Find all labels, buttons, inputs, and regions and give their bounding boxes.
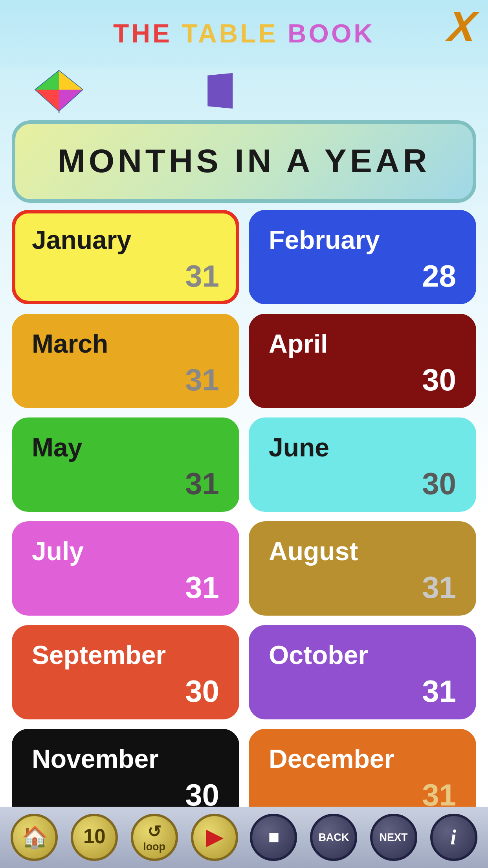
month-days-may: 31 <box>32 468 219 499</box>
months-grid: January31February28March31April30May31Ju… <box>0 210 488 823</box>
title-the: THE <box>113 19 182 48</box>
month-days-march: 31 <box>32 364 219 395</box>
month-name-december: December <box>269 744 456 775</box>
info-button[interactable]: i <box>430 814 477 861</box>
home-button[interactable]: 🏠 <box>11 814 58 861</box>
month-card-october[interactable]: October31 <box>249 625 476 719</box>
month-name-september: September <box>32 640 219 671</box>
month-name-february: February <box>269 225 456 256</box>
toolbar: 🏠 10 ↺ loop ▶ ■ BACK NEXT i <box>0 807 488 868</box>
deco-area <box>0 68 488 116</box>
month-card-april[interactable]: April30 <box>249 314 476 408</box>
kite-icon <box>24 68 94 113</box>
month-card-march[interactable]: March31 <box>12 314 239 408</box>
back-button[interactable]: BACK <box>310 814 357 861</box>
loop-label: ↺ loop <box>143 822 165 853</box>
month-name-november: November <box>32 744 219 775</box>
title-card-text: MONTHS IN A YEAR <box>27 143 461 180</box>
month-days-june: 30 <box>269 468 456 499</box>
month-name-may: May <box>32 433 219 463</box>
month-name-july: July <box>32 537 219 567</box>
month-name-march: March <box>32 329 219 360</box>
number-button[interactable]: 10 <box>71 814 118 861</box>
month-days-july: 31 <box>32 572 219 603</box>
app-title: THE TABLE BOOK <box>113 19 375 50</box>
month-card-january[interactable]: January31 <box>12 210 239 304</box>
month-days-november: 30 <box>32 780 219 810</box>
month-days-august: 31 <box>269 572 456 603</box>
month-card-july[interactable]: July31 <box>12 521 239 616</box>
app-container: THE TABLE BOOK X MONTHS IN A YEAR Januar… <box>0 0 488 868</box>
next-button[interactable]: NEXT <box>370 814 417 861</box>
month-name-august: August <box>269 537 456 567</box>
stop-button[interactable]: ■ <box>250 814 297 861</box>
title-card: MONTHS IN A YEAR <box>12 120 476 203</box>
month-days-february: 28 <box>269 261 456 291</box>
month-name-october: October <box>269 640 456 671</box>
month-days-september: 30 <box>32 676 219 706</box>
month-days-october: 31 <box>269 676 456 706</box>
title-table: TABLE <box>182 19 287 48</box>
month-card-february[interactable]: February28 <box>249 210 476 304</box>
month-days-april: 30 <box>269 364 456 395</box>
month-name-january: January <box>32 225 219 256</box>
month-name-april: April <box>269 329 456 360</box>
close-button[interactable]: X <box>446 6 478 48</box>
month-days-january: 31 <box>32 261 219 291</box>
purple-decoration <box>207 73 233 108</box>
title-book: BOOK <box>288 19 375 48</box>
svg-marker-1 <box>35 71 59 90</box>
month-card-august[interactable]: August31 <box>249 521 476 616</box>
month-card-may[interactable]: May31 <box>12 417 239 512</box>
loop-button[interactable]: ↺ loop <box>131 814 178 861</box>
svg-marker-2 <box>59 71 83 90</box>
month-card-september[interactable]: September30 <box>12 625 239 719</box>
play-button[interactable]: ▶ <box>191 814 238 861</box>
header: THE TABLE BOOK X <box>0 0 488 68</box>
month-name-june: June <box>269 433 456 463</box>
month-days-december: 31 <box>269 780 456 810</box>
month-card-june[interactable]: June30 <box>249 417 476 512</box>
